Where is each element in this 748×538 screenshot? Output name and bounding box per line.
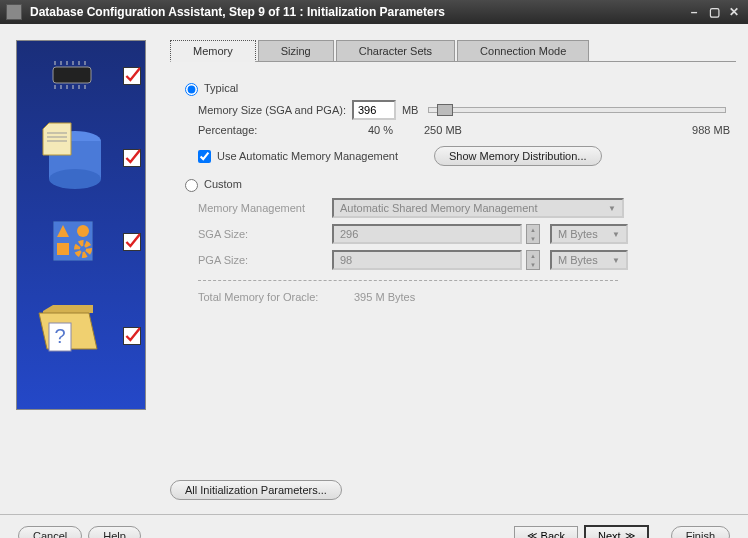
total-memory-value: 395 M Bytes — [354, 291, 415, 303]
pga-size-label: PGA Size: — [198, 254, 328, 266]
sga-size-label: SGA Size: — [198, 228, 328, 240]
auto-memory-label: Use Automatic Memory Management — [217, 150, 398, 162]
memory-size-input[interactable] — [352, 100, 396, 120]
memory-management-select: Automatic Shared Memory Management ▼ — [332, 198, 624, 218]
memory-slider[interactable] — [428, 107, 726, 113]
cancel-button[interactable]: Cancel — [18, 526, 82, 539]
close-button[interactable]: ✕ — [726, 4, 742, 20]
svg-point-21 — [77, 225, 89, 237]
tab-character-sets[interactable]: Character Sets — [336, 40, 455, 61]
sga-unit-select: M Bytes ▼ — [550, 224, 628, 244]
sga-size-input: 296 — [332, 224, 522, 244]
help-folder-icon: ? — [35, 301, 99, 359]
radio-custom[interactable] — [185, 179, 198, 192]
svg-rect-22 — [57, 243, 69, 255]
maximize-button[interactable]: ▢ — [706, 4, 722, 20]
pga-unit-select: M Bytes ▼ — [550, 250, 628, 270]
slider-max-label: 988 MB — [692, 124, 730, 136]
wizard-footer: Cancel Help ≪ Back Next ≫ Finish — [0, 514, 748, 538]
svg-point-15 — [49, 169, 101, 189]
separator — [198, 280, 618, 281]
memory-panel: Typical Memory Size (SGA and PGA): MB Pe… — [170, 62, 736, 313]
memory-size-label: Memory Size (SGA and PGA): — [198, 104, 346, 116]
help-button[interactable]: Help — [88, 526, 141, 539]
radio-typical[interactable] — [185, 83, 198, 96]
titlebar: Database Configuration Assistant, Step 9… — [0, 0, 748, 24]
tab-bar: Memory Sizing Character Sets Connection … — [170, 40, 736, 62]
chip-icon — [47, 59, 99, 91]
tab-sizing[interactable]: Sizing — [258, 40, 334, 61]
wizard-sidebar: ? — [16, 40, 146, 410]
svg-rect-0 — [53, 67, 91, 83]
svg-text:?: ? — [54, 325, 65, 347]
custom-label: Custom — [204, 178, 242, 190]
svg-point-23 — [77, 243, 89, 255]
percentage-label: Percentage: — [198, 124, 368, 136]
tab-memory[interactable]: Memory — [170, 40, 256, 62]
typical-label: Typical — [204, 82, 238, 94]
chevron-down-icon: ▼ — [608, 204, 616, 213]
sga-spinner: ▲▼ — [526, 224, 540, 244]
step-check-1 — [123, 67, 141, 85]
next-button[interactable]: Next ≫ — [584, 525, 649, 539]
database-folder-icon — [35, 121, 105, 191]
window-title: Database Configuration Assistant, Step 9… — [30, 5, 682, 19]
chevron-down-icon: ▼ — [612, 256, 620, 265]
app-icon — [6, 4, 22, 20]
tab-connection-mode[interactable]: Connection Mode — [457, 40, 589, 61]
memory-management-label: Memory Management — [198, 202, 328, 214]
back-button[interactable]: ≪ Back — [514, 526, 578, 539]
memory-management-value: Automatic Shared Memory Management — [340, 202, 537, 214]
total-memory-label: Total Memory for Oracle: — [198, 291, 348, 303]
slider-min-label: 250 MB — [424, 124, 484, 136]
pga-spinner: ▲▼ — [526, 250, 540, 270]
chevron-right-icon: ≫ — [625, 530, 635, 538]
chevron-left-icon: ≪ — [527, 530, 537, 538]
all-initialization-parameters-button[interactable]: All Initialization Parameters... — [170, 480, 342, 500]
memory-size-unit: MB — [402, 104, 419, 116]
pga-size-input: 98 — [332, 250, 522, 270]
shapes-icon — [53, 221, 93, 261]
step-check-4 — [123, 327, 141, 345]
minimize-button[interactable]: – — [686, 4, 702, 20]
step-check-2 — [123, 149, 141, 167]
percentage-value: 40 % — [368, 124, 424, 136]
memory-slider-thumb[interactable] — [437, 104, 453, 116]
auto-memory-checkbox[interactable] — [198, 150, 211, 163]
step-check-3 — [123, 233, 141, 251]
finish-button[interactable]: Finish — [671, 526, 730, 539]
chevron-down-icon: ▼ — [612, 230, 620, 239]
show-memory-distribution-button[interactable]: Show Memory Distribution... — [434, 146, 602, 166]
